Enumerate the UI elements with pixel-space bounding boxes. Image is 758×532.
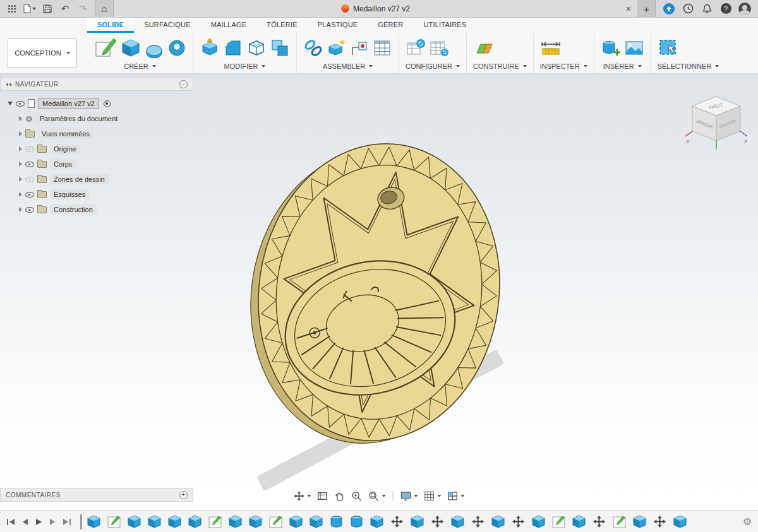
tree-item-esquisses[interactable]: Esquisses <box>8 187 193 202</box>
timeline-feature-box-icon[interactable] <box>87 515 100 528</box>
recent-activity-button[interactable] <box>681 2 695 16</box>
visibility-eye-icon[interactable] <box>25 191 34 198</box>
document-tab[interactable]: Medaillon v27 v2 × <box>114 0 638 17</box>
tab-gerer[interactable]: GÉRER <box>368 18 413 33</box>
viewports-button[interactable] <box>447 490 465 502</box>
joint-button[interactable] <box>303 38 323 58</box>
group-label-assembler[interactable]: ASSEMBLER <box>303 62 392 71</box>
group-label-inspecter[interactable]: INSPECTER <box>540 62 587 71</box>
insert-image-button[interactable] <box>624 38 644 58</box>
tree-item-label[interactable]: Paramètres du document <box>36 114 122 124</box>
timeline-feature-box-icon[interactable] <box>411 515 424 528</box>
timeline-feature-box-icon[interactable] <box>532 515 545 528</box>
collapse-panel-icon[interactable] <box>6 83 11 86</box>
visibility-eye-icon[interactable] <box>16 100 25 107</box>
timeline-feature-move-icon[interactable] <box>593 515 606 528</box>
tab-tolerie[interactable]: TÔLERIE <box>256 18 307 33</box>
activate-component-icon[interactable] <box>104 100 111 107</box>
timeline-feature-box-icon[interactable] <box>289 515 303 528</box>
timeline-feature-box-icon[interactable] <box>673 515 687 528</box>
navigator-minimize-button[interactable]: − <box>179 80 188 88</box>
go-to-start-button[interactable] <box>6 518 15 526</box>
navigator-header[interactable]: NAVIGATEUR − <box>0 78 193 91</box>
notifications-button[interactable] <box>700 2 714 16</box>
revolve-button[interactable] <box>144 38 164 58</box>
tree-item-parametres[interactable]: ⚙ Paramètres du document <box>8 111 193 126</box>
help-button[interactable]: ? <box>719 2 733 16</box>
orbit-button[interactable] <box>294 490 311 502</box>
timeline-feature-box-icon[interactable] <box>249 515 262 528</box>
pan-button[interactable] <box>334 490 346 502</box>
go-to-end-button[interactable] <box>63 518 71 526</box>
grid-snap-button[interactable] <box>424 490 442 502</box>
group-label-construire[interactable]: CONSTRUIRE <box>473 62 527 71</box>
close-document-icon[interactable]: × <box>626 4 631 14</box>
tab-utilitaires[interactable]: UTILITAIRES <box>413 18 476 33</box>
tree-item-zones-de-dessin[interactable]: Zones de dessin <box>8 172 193 187</box>
look-at-button[interactable] <box>317 490 328 502</box>
timeline-feature-sketch-icon[interactable] <box>613 515 626 528</box>
display-settings-button[interactable] <box>400 490 418 502</box>
timeline-feature-box-icon[interactable] <box>491 515 505 528</box>
create-sketch-button[interactable] <box>93 36 117 60</box>
visibility-eye-icon[interactable] <box>25 145 34 153</box>
tree-item-label[interactable]: Esquisses <box>50 189 89 199</box>
step-back-button[interactable] <box>22 518 28 526</box>
file-menu-button[interactable] <box>21 0 38 18</box>
timeline-feature-box-icon[interactable] <box>229 515 242 528</box>
shell-button[interactable] <box>246 38 267 58</box>
tab-solide[interactable]: SOLIDE <box>87 18 134 33</box>
tree-item-label[interactable]: Vues nommées <box>38 129 93 139</box>
timeline-feature-box-icon[interactable] <box>168 515 181 528</box>
tree-item-origine[interactable]: Origine <box>8 141 193 157</box>
tab-plastique[interactable]: PLASTIQUE <box>308 18 368 33</box>
group-label-configurer[interactable]: CONFIGURER <box>406 62 460 71</box>
collapsed-caret-icon[interactable] <box>19 116 22 121</box>
timeline-feature-move-icon[interactable] <box>471 515 484 528</box>
construction-plane-button[interactable] <box>473 38 495 58</box>
tree-item-label[interactable]: Zones de dessin <box>50 174 109 184</box>
comments-panel-header[interactable]: COMMENTAIRES + <box>0 488 193 502</box>
add-comment-button[interactable]: + <box>179 491 188 499</box>
timeline-feature-box-icon[interactable] <box>148 515 161 528</box>
collapsed-caret-icon[interactable] <box>19 177 22 182</box>
group-label-inserer[interactable]: INSÉRER <box>601 62 644 71</box>
timeline-feature-sketch-icon[interactable] <box>552 515 565 528</box>
home-tab-button[interactable]: ⌂ <box>95 0 114 18</box>
job-status-button[interactable] <box>662 2 676 16</box>
timeline-feature-box-icon[interactable] <box>572 515 586 528</box>
play-button[interactable] <box>35 518 42 526</box>
collapsed-caret-icon[interactable] <box>19 192 22 197</box>
group-label-selectionner[interactable]: SÉLECTIONNER <box>658 62 719 71</box>
group-label-creer[interactable]: CRÉER <box>93 62 186 71</box>
fit-button[interactable] <box>368 490 386 502</box>
timeline-feature-sketch-icon[interactable] <box>107 515 121 528</box>
tree-item-corps[interactable]: Corps <box>8 157 193 172</box>
fillet-button[interactable] <box>223 38 243 58</box>
zoom-button[interactable] <box>351 490 363 502</box>
timeline-feature-move-icon[interactable] <box>653 515 666 528</box>
timeline-feature-sketch-icon[interactable] <box>269 515 282 528</box>
undo-button[interactable]: ↶ <box>57 0 73 18</box>
collapsed-caret-icon[interactable] <box>19 162 22 167</box>
step-forward-button[interactable] <box>49 518 56 526</box>
box-primitive-button[interactable] <box>121 38 141 58</box>
workspace-selector-button[interactable]: CONCEPTION <box>8 38 77 68</box>
timeline-feature-box-icon[interactable] <box>451 515 464 528</box>
combine-button[interactable] <box>270 38 290 58</box>
save-button[interactable] <box>39 0 56 18</box>
bom-table-button[interactable] <box>372 38 392 58</box>
app-grid-icon[interactable] <box>4 0 20 18</box>
timeline-feature-box-icon[interactable] <box>188 515 202 528</box>
timeline-feature-cyl-icon[interactable] <box>330 515 343 528</box>
group-label-modifier[interactable]: MODIFIER <box>200 62 290 71</box>
insert-derive-button[interactable] <box>601 38 621 58</box>
select-button[interactable] <box>658 38 679 58</box>
timeline-feature-box-icon[interactable] <box>370 515 383 528</box>
timeline-feature-move-icon[interactable] <box>390 515 404 528</box>
configuration-button[interactable] <box>406 38 426 58</box>
tree-item-construction[interactable]: Construction <box>8 202 193 217</box>
configuration-table-button[interactable] <box>429 38 449 58</box>
tree-item-label[interactable]: Construction <box>50 204 97 215</box>
press-pull-button[interactable] <box>200 38 220 58</box>
